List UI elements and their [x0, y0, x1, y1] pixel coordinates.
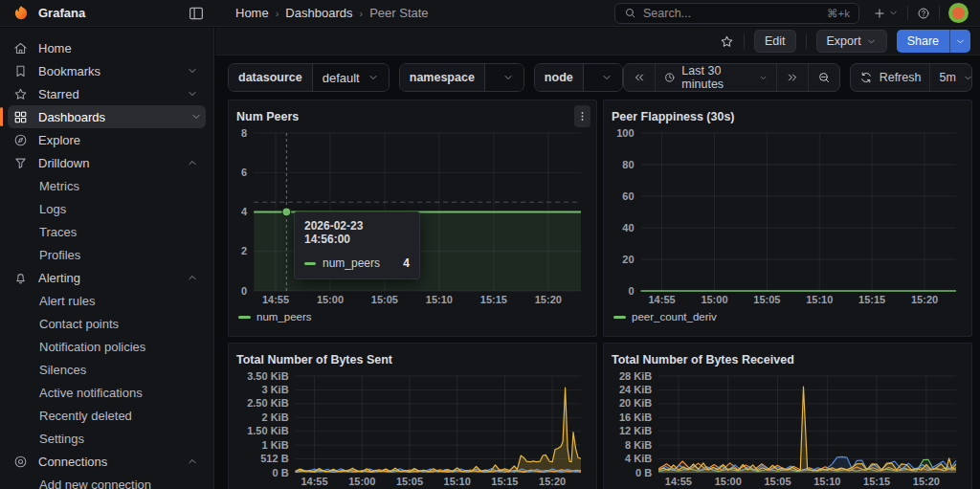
legend-color-swatch: [613, 316, 626, 319]
sidebar-item-drilldown[interactable]: Drilldown: [0, 151, 206, 174]
time-shift-back-button[interactable]: [624, 64, 655, 91]
time-series-chart[interactable]: 14:5515:0015:0515:1015:1515:200 B512 B1 …: [236, 370, 589, 489]
share-button[interactable]: Share: [897, 30, 949, 53]
sidebar-item-home[interactable]: Home: [0, 36, 206, 59]
breadcrumb-dashboards[interactable]: Dashboards: [285, 6, 352, 20]
sidebar-item-contact-points[interactable]: Contact points: [0, 312, 213, 335]
chevron-up-icon[interactable]: [187, 272, 198, 283]
sidebar-item-notification-policies[interactable]: Notification policies: [0, 335, 213, 358]
chevron-down-icon[interactable]: [187, 88, 198, 100]
search-input-box[interactable]: ⌘+k: [614, 3, 859, 24]
export-button[interactable]: Export: [816, 30, 887, 53]
sidebar-item-traces[interactable]: Traces: [0, 220, 213, 243]
sidebar-item-label: Dashboards: [38, 110, 105, 124]
panel-legend: num_peers: [236, 307, 589, 326]
time-series-chart[interactable]: 14:5515:0015:0515:1015:1515:200204060801…: [612, 127, 964, 307]
legend-label[interactable]: peer_count_deriv: [632, 311, 717, 322]
refresh-interval-select[interactable]: 5m: [929, 64, 972, 91]
star-dashboard-button[interactable]: [720, 34, 734, 49]
sidebar-item-recently-deleted[interactable]: Recently deleted: [0, 404, 213, 427]
sidebar-nav: Home Bookmarks Starred Dashboards Explor…: [0, 28, 214, 489]
sidebar-item-active-notifications[interactable]: Active notifications: [0, 381, 213, 404]
svg-text:15:10: 15:10: [444, 476, 471, 487]
sidebar-item-label: Connections: [38, 455, 107, 469]
svg-text:80: 80: [622, 159, 634, 170]
search-input[interactable]: [643, 7, 820, 20]
star-icon: [720, 34, 734, 49]
panel-header[interactable]: Peer Flappiness (30s): [612, 106, 964, 127]
filter-value: default: [323, 71, 360, 85]
svg-text:8 KiB: 8 KiB: [625, 439, 652, 451]
filter-node: node: [534, 63, 623, 92]
filter-datasource-select[interactable]: default: [312, 64, 389, 91]
zoom-out-time-button[interactable]: [808, 64, 839, 91]
refresh-interval-label: 5m: [939, 71, 955, 84]
sidebar-item-silences[interactable]: Silences: [0, 358, 213, 381]
time-range-group: Last 30 minutes: [623, 63, 840, 92]
svg-text:15:15: 15:15: [491, 476, 518, 487]
sidebar-item-add-new-connection[interactable]: Add new connection: [0, 473, 213, 489]
panel-header[interactable]: Num Peers: [236, 106, 589, 127]
active-indicator: [0, 107, 3, 126]
chevron-down-icon[interactable]: [187, 65, 198, 77]
sidebar-item-connections[interactable]: Connections: [0, 450, 206, 473]
sidebar-item-starred[interactable]: Starred: [0, 82, 206, 105]
dashboard-subheader: datasource default namespace node: [215, 56, 980, 92]
sidebar-item-settings[interactable]: Settings: [0, 427, 213, 450]
help-button[interactable]: [917, 7, 930, 20]
svg-text:15:10: 15:10: [806, 294, 833, 305]
panel-header[interactable]: Total Number of Bytes Sent: [236, 349, 589, 370]
sidebar-item-logs[interactable]: Logs: [0, 197, 213, 220]
svg-text:0: 0: [628, 285, 634, 297]
chevron-down-icon: [601, 72, 612, 83]
svg-text:28 KiB: 28 KiB: [619, 370, 652, 382]
panel-menu-button[interactable]: [574, 105, 590, 127]
filter-namespace-select[interactable]: [484, 64, 523, 91]
bell-icon: [13, 271, 28, 285]
home-icon: [13, 41, 28, 56]
chevron-up-icon[interactable]: [187, 456, 198, 467]
user-avatar[interactable]: [948, 3, 969, 23]
refresh-button[interactable]: Refresh: [851, 64, 930, 91]
chevron-down-icon[interactable]: [190, 111, 202, 122]
panel-title: Total Number of Bytes Received: [612, 353, 794, 367]
svg-text:60: 60: [622, 190, 634, 202]
new-button[interactable]: [873, 7, 899, 20]
svg-text:2 KiB: 2 KiB: [261, 411, 288, 423]
time-range-picker[interactable]: Last 30 minutes: [655, 64, 776, 91]
breadcrumb-home[interactable]: Home: [235, 6, 269, 20]
svg-text:20: 20: [622, 254, 634, 265]
svg-text:3.50 KiB: 3.50 KiB: [247, 370, 288, 382]
series-color-swatch: [304, 262, 316, 265]
edit-button[interactable]: Edit: [754, 30, 796, 53]
svg-text:3 KiB: 3 KiB: [261, 384, 288, 395]
share-menu-button[interactable]: [949, 30, 970, 53]
chevrons-right-icon: [786, 71, 799, 84]
sidebar-item-dashboards[interactable]: Dashboards: [8, 105, 206, 128]
time-range-label: Last 30 minutes: [681, 64, 751, 91]
legend-label[interactable]: num_peers: [256, 311, 312, 322]
time-shift-forward-button[interactable]: [776, 64, 808, 91]
help-icon: [917, 7, 930, 20]
brand-name: Grafana: [38, 6, 85, 20]
sidebar-header: Grafana: [0, 0, 214, 26]
sidebar-item-alert-rules[interactable]: Alert rules: [0, 289, 213, 312]
panel-bytes-received: Total Number of Bytes Received 14:5515:0…: [603, 343, 972, 489]
top-bar: Grafana Home › Dashboards › Peer State ⌘…: [0, 0, 980, 27]
compass-icon: [13, 133, 28, 147]
sidebar-item-bookmarks[interactable]: Bookmarks: [0, 59, 206, 82]
sidebar-item-alerting[interactable]: Alerting: [0, 266, 206, 289]
filter-node-select[interactable]: [583, 64, 622, 91]
sidebar-item-metrics[interactable]: Metrics: [0, 174, 213, 197]
sidebar-item-profiles[interactable]: Profiles: [0, 243, 213, 266]
time-series-chart[interactable]: 14:5515:0015:0515:1015:1515:200 B4 KiB8 …: [612, 370, 964, 489]
dock-sidebar-icon[interactable]: [188, 5, 205, 22]
chevron-up-icon[interactable]: [187, 157, 198, 168]
panel-header[interactable]: Total Number of Bytes Received: [612, 349, 964, 370]
panel-bytes-sent: Total Number of Bytes Sent 14:5515:0015:…: [228, 343, 597, 489]
sidebar-item-explore[interactable]: Explore: [0, 128, 206, 151]
svg-text:15:20: 15:20: [539, 476, 566, 487]
divider: [939, 6, 940, 20]
sidebar-item-label: Explore: [38, 133, 80, 147]
svg-text:8: 8: [241, 127, 247, 139]
